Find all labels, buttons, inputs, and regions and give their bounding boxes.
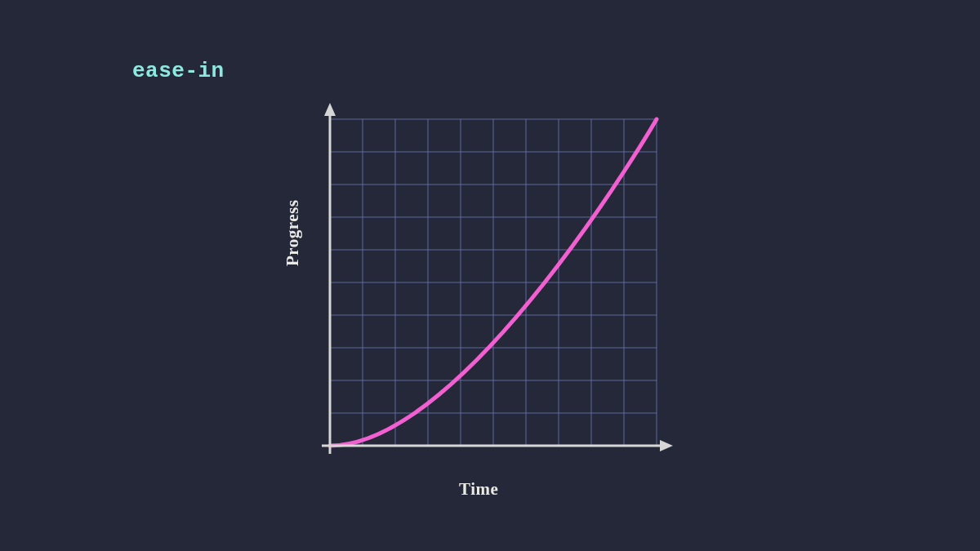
arrow-right-icon [660,440,673,451]
x-axis [322,440,673,451]
arrow-up-icon [324,103,336,116]
chart-title: ease-in [132,59,225,83]
grid [330,119,657,446]
chart-plot [322,103,673,470]
x-axis-label: Time [459,479,498,500]
y-axis [324,103,336,454]
y-axis-label: Progress [283,200,303,266]
